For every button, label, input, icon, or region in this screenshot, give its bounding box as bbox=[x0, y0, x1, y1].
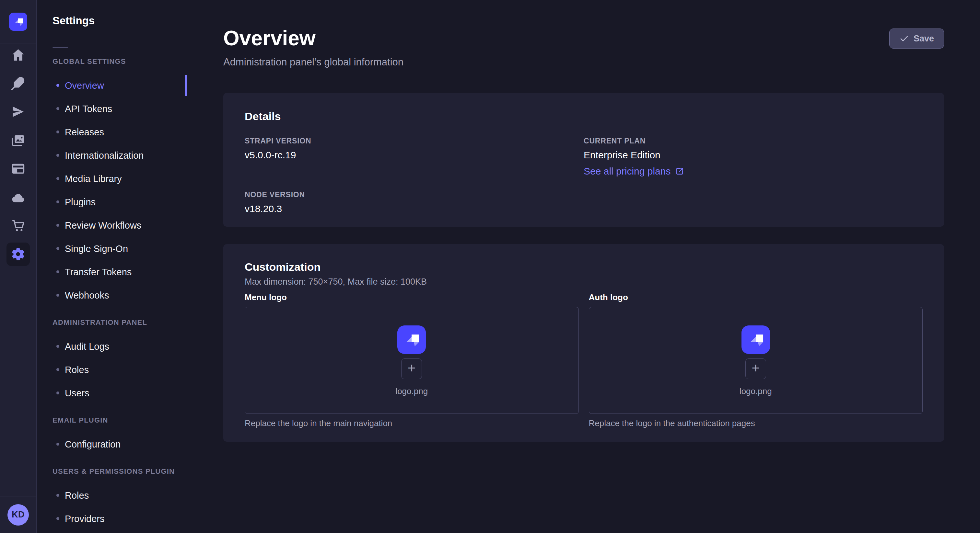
feather-icon[interactable] bbox=[6, 71, 30, 95]
bullet-icon bbox=[56, 84, 59, 87]
subnav-section: GLOBAL SETTINGS Overview API Tokens Rele… bbox=[36, 49, 187, 307]
subnav-section: ADMINISTRATION PANEL Audit Logs Roles Us… bbox=[36, 310, 187, 405]
user-avatar[interactable]: KD bbox=[8, 504, 29, 525]
sidebar-item-api-tokens[interactable]: API Tokens bbox=[36, 97, 187, 121]
pricing-plans-link-label: See all pricing plans bbox=[584, 165, 671, 177]
strapi-version-value: v5.0.0-rc.19 bbox=[245, 149, 584, 161]
bullet-icon bbox=[56, 177, 59, 180]
subnav-section-items: Audit Logs Roles Users bbox=[36, 335, 187, 405]
paper-plane-icon[interactable] bbox=[6, 100, 30, 124]
customization-card: Customization Max dimension: 750×750, Ma… bbox=[223, 244, 944, 442]
sidebar-item-overview[interactable]: Overview bbox=[36, 74, 187, 97]
strapi-admin-settings-page: { "brand": {"name": "Strapi", "accent": … bbox=[0, 0, 980, 533]
pricing-plans-link[interactable]: See all pricing plans bbox=[584, 165, 684, 177]
details-card: Details STRAPI VERSION v5.0.0-rc.19 NODE… bbox=[223, 93, 944, 227]
add-logo-button[interactable]: + bbox=[745, 359, 766, 379]
sidebar-item-label: Roles bbox=[65, 365, 89, 375]
upload-field-label: Auth logo bbox=[589, 292, 923, 303]
details-card-title: Details bbox=[245, 110, 923, 123]
cloud-icon[interactable] bbox=[6, 186, 30, 209]
sidebar-item-label: Releases bbox=[65, 127, 104, 138]
bullet-icon bbox=[56, 270, 59, 273]
sidebar-item-single-sign-on[interactable]: Single Sign-On bbox=[36, 237, 187, 260]
sidebar-item-label: Internationalization bbox=[65, 150, 143, 161]
page-title: Overview bbox=[223, 28, 980, 49]
sidebar-item-label: Webhooks bbox=[65, 290, 109, 301]
details-col-right: CURRENT PLAN Enterprise Edition See all … bbox=[584, 136, 923, 215]
current-plan-label: CURRENT PLAN bbox=[584, 136, 923, 145]
subnav-section-label: ADMINISTRATION PANEL bbox=[36, 310, 187, 335]
gear-icon[interactable] bbox=[6, 243, 30, 266]
bullet-icon bbox=[56, 443, 59, 446]
subnav-sections: GLOBAL SETTINGS Overview API Tokens Rele… bbox=[36, 49, 187, 530]
subnav-section-items: Configuration bbox=[36, 433, 187, 456]
sidebar-item-roles[interactable]: Roles bbox=[36, 358, 187, 381]
bullet-icon bbox=[56, 294, 59, 297]
external-link-icon bbox=[675, 167, 684, 176]
save-button[interactable]: Save bbox=[889, 29, 944, 49]
sidebar-item-roles[interactable]: Roles bbox=[36, 484, 187, 507]
subnav-section-label: EMAIL PLUGIN bbox=[36, 408, 187, 433]
bullet-icon bbox=[56, 154, 59, 157]
bullet-icon bbox=[56, 368, 59, 371]
subnav-section-items: Roles Providers bbox=[36, 484, 187, 530]
node-version-label: NODE VERSION bbox=[245, 190, 584, 199]
sidebar-item-configuration[interactable]: Configuration bbox=[36, 433, 187, 456]
strapi-logo-icon[interactable] bbox=[9, 13, 27, 31]
sidebar-item-media-library[interactable]: Media Library bbox=[36, 167, 187, 190]
layout-icon[interactable] bbox=[6, 157, 30, 180]
bullet-icon bbox=[56, 247, 59, 250]
customization-card-title: Customization bbox=[245, 260, 923, 273]
sidebar-item-review-workflows[interactable]: Review Workflows bbox=[36, 214, 187, 237]
sidebar-item-providers[interactable]: Providers bbox=[36, 507, 187, 530]
strapi-version-field: STRAPI VERSION v5.0.0-rc.19 bbox=[245, 136, 584, 161]
sidebar-item-label: Plugins bbox=[65, 197, 95, 208]
sidebar-item-transfer-tokens[interactable]: Transfer Tokens bbox=[36, 260, 187, 284]
strapi-logo-preview-icon bbox=[397, 325, 426, 354]
current-plan-value: Enterprise Edition bbox=[584, 149, 923, 161]
sidebar-item-label: Users bbox=[65, 388, 89, 399]
plus-icon: + bbox=[751, 362, 760, 375]
sidebar-item-plugins[interactable]: Plugins bbox=[36, 190, 187, 214]
bullet-icon bbox=[56, 107, 59, 110]
logo-upload-cell: Menu logo + logo.png Replace the logo in… bbox=[245, 292, 579, 428]
upload-grid: Menu logo + logo.png Replace the logo in… bbox=[245, 292, 923, 428]
bullet-icon bbox=[56, 200, 59, 203]
home-icon[interactable] bbox=[6, 43, 30, 67]
current-plan-field: CURRENT PLAN Enterprise Edition bbox=[584, 136, 923, 161]
upload-field-label: Menu logo bbox=[245, 292, 579, 303]
cart-icon[interactable] bbox=[6, 214, 30, 237]
logo-filename: logo.png bbox=[740, 386, 772, 397]
sidebar-item-label: Overview bbox=[65, 80, 104, 91]
images-icon[interactable] bbox=[6, 129, 30, 152]
sidebar-item-internationalization[interactable]: Internationalization bbox=[36, 144, 187, 167]
logo-upload-dropzone[interactable]: + logo.png bbox=[589, 307, 923, 414]
sidebar-item-users[interactable]: Users bbox=[36, 381, 187, 405]
check-icon bbox=[899, 34, 909, 43]
save-button-label: Save bbox=[913, 34, 934, 44]
node-version-field: NODE VERSION v18.20.3 bbox=[245, 190, 584, 215]
bullet-icon bbox=[56, 517, 59, 520]
details-col-left: STRAPI VERSION v5.0.0-rc.19 NODE VERSION… bbox=[245, 136, 584, 215]
bullet-icon bbox=[56, 224, 59, 227]
settings-subnav: Settings GLOBAL SETTINGS Overview API To… bbox=[36, 0, 187, 533]
nav-rail: KD bbox=[0, 0, 37, 533]
sidebar-item-label: Providers bbox=[65, 514, 105, 524]
subnav-section-label: USERS & PERMISSIONS PLUGIN bbox=[36, 459, 187, 484]
add-logo-button[interactable]: + bbox=[401, 359, 422, 379]
subnav-section-items: Overview API Tokens Releases Internation… bbox=[36, 74, 187, 307]
sidebar-item-label: Configuration bbox=[65, 439, 121, 450]
logo-upload-dropzone[interactable]: + logo.png bbox=[245, 307, 579, 414]
logo-filename: logo.png bbox=[395, 386, 428, 397]
bullet-icon bbox=[56, 345, 59, 348]
page-subtitle: Administration panel’s global informatio… bbox=[223, 56, 980, 68]
sidebar-item-audit-logs[interactable]: Audit Logs bbox=[36, 335, 187, 358]
bullet-icon bbox=[56, 130, 59, 133]
sidebar-item-label: Single Sign-On bbox=[65, 244, 128, 254]
strapi-version-label: STRAPI VERSION bbox=[245, 136, 584, 145]
upload-helper-text: Replace the logo in the authentication p… bbox=[589, 418, 923, 428]
sidebar-item-webhooks[interactable]: Webhooks bbox=[36, 284, 187, 307]
rail-footer: KD bbox=[0, 496, 36, 533]
sidebar-item-label: API Tokens bbox=[65, 104, 112, 114]
sidebar-item-releases[interactable]: Releases bbox=[36, 121, 187, 144]
